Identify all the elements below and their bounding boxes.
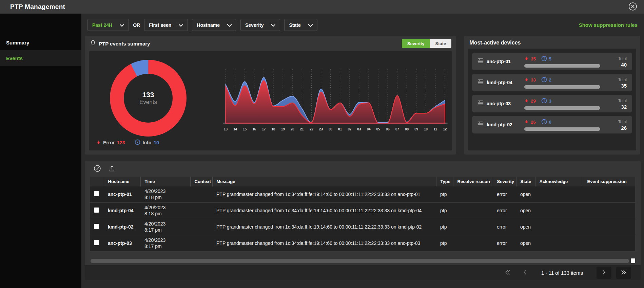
flame-icon — [524, 77, 529, 83]
device-id: anc-ptp-01 — [477, 58, 524, 65]
dropdown-label: First seen — [149, 22, 171, 28]
cell-hostname: anc-ptp-03 — [104, 235, 140, 252]
server-icon — [477, 79, 484, 86]
row-checkbox[interactable] — [94, 240, 99, 245]
horizontal-scrollbar[interactable] — [91, 258, 635, 263]
show-suppression-rules-link[interactable]: Show suppression rules — [579, 22, 638, 28]
device-counts-block: 332 — [524, 77, 600, 89]
ptp-events-summary-panel: PTP events summary SeverityState 133 Eve… — [85, 36, 456, 155]
cell-hostname: kmd-ptp-02 — [104, 219, 140, 235]
row-checkbox[interactable] — [94, 191, 99, 196]
export-button[interactable] — [109, 165, 115, 173]
cell-acknowledge — [535, 186, 583, 203]
device-activity-bar — [524, 127, 600, 131]
scrollbar-thumb[interactable] — [91, 259, 629, 263]
column-header-time: Time — [140, 177, 190, 186]
total-label: Total — [618, 98, 627, 103]
cell-state: open — [516, 219, 535, 235]
device-counts-block: 355 — [524, 56, 600, 68]
device-card-kmd-ptp-02[interactable]: kmd-ptp-02260Total26 — [472, 116, 632, 133]
device-card-anc-ptp-01[interactable]: anc-ptp-01355Total40 — [472, 53, 632, 70]
chevron-down-icon — [179, 22, 183, 28]
cell-type: ptp — [436, 203, 453, 219]
time-range-dropdown[interactable]: Past 24H — [87, 19, 129, 31]
cell-event_suppression — [583, 235, 635, 252]
device-counts-block: 293 — [524, 98, 600, 110]
device-id: kmd-ptp-04 — [477, 79, 524, 86]
first-page-button[interactable] — [503, 268, 512, 277]
cell-acknowledge — [535, 219, 583, 235]
cell-event_suppression — [583, 219, 635, 235]
cell-time: 4/20/2023 8:17 pm — [140, 219, 190, 235]
last-page-button[interactable] — [616, 267, 631, 279]
svg-text:07: 07 — [395, 127, 399, 131]
svg-text:08: 08 — [405, 127, 409, 131]
chevron-down-icon — [308, 22, 313, 28]
device-total: Total32 — [608, 97, 627, 110]
svg-text:14: 14 — [233, 127, 237, 131]
events-timeline-chart: 1314151617181920212223000102030405060708… — [220, 66, 450, 138]
chevron-down-icon — [120, 22, 124, 28]
info-icon — [541, 56, 547, 62]
svg-text:23: 23 — [319, 127, 323, 131]
info-icon — [541, 98, 547, 105]
total-label: Total — [618, 120, 627, 124]
state-dropdown[interactable]: State — [284, 19, 317, 31]
table-row: kmd-ptp-044/20/2023 8:18 pmPTP grandmast… — [90, 203, 635, 219]
column-header-type: Type — [436, 177, 453, 186]
sidebar-item-summary[interactable]: Summary — [0, 35, 81, 50]
svg-text:02: 02 — [348, 127, 351, 131]
cell-acknowledge — [535, 203, 583, 219]
cell-state: open — [516, 235, 535, 252]
device-card-anc-ptp-03[interactable]: anc-ptp-03293Total32 — [472, 95, 632, 112]
table-header-row: HostnameTimeContextMessageTypeResolve re… — [90, 177, 635, 186]
summary-panel-header: PTP events summary SeverityState — [85, 36, 456, 51]
select-all-button[interactable] — [94, 165, 101, 173]
cell-context — [190, 203, 212, 219]
hostname-dropdown[interactable]: Hostname — [192, 19, 236, 31]
device-info-count: 3 — [549, 98, 551, 104]
cell-severity: error — [493, 203, 516, 219]
device-error-count: 35 — [531, 56, 535, 61]
cell-state: open — [516, 203, 535, 219]
server-icon — [477, 100, 484, 107]
column-header-event-suppression: Event suppression — [583, 177, 635, 186]
chevron-down-icon — [227, 22, 232, 28]
prev-page-button[interactable] — [522, 268, 528, 277]
device-activity-bar — [524, 64, 600, 68]
svg-text:18: 18 — [272, 127, 275, 131]
cell-resolve_reason — [453, 219, 493, 235]
device-total: Total35 — [608, 76, 627, 89]
ptp-management-window: PTP Management SummaryEvents Past 24H OR… — [0, 0, 644, 288]
severity-donut-block: 133 Events Error 123Info 10 — [89, 51, 220, 150]
cell-context — [190, 186, 212, 203]
cell-resolve_reason — [453, 235, 493, 252]
toggle-severity[interactable]: Severity — [402, 39, 430, 48]
cell-time: 4/20/2023 8:18 pm — [140, 203, 190, 219]
cell-resolve_reason — [453, 203, 493, 219]
severity-state-toggle: SeverityState — [402, 39, 451, 48]
first-seen-dropdown[interactable]: First seen — [144, 19, 188, 31]
legend-error: Error 123 — [96, 140, 125, 146]
svg-text:11: 11 — [434, 127, 437, 131]
row-checkbox[interactable] — [94, 224, 99, 229]
sidebar-item-events[interactable]: Events — [0, 50, 81, 66]
toggle-state[interactable]: State — [430, 39, 452, 48]
donut-center-label: 133 Events — [110, 60, 187, 137]
severity-dropdown[interactable]: Severity — [240, 19, 280, 31]
scrollbar-corner[interactable] — [631, 258, 635, 263]
device-name: anc-ptp-03 — [487, 101, 511, 106]
close-icon — [628, 1, 638, 13]
total-value: 35 — [621, 83, 627, 89]
total-value: 40 — [621, 62, 627, 68]
close-button[interactable] — [628, 1, 638, 13]
svg-text:21: 21 — [300, 127, 304, 131]
donut-total-caption: Events — [139, 99, 157, 106]
info-icon — [135, 139, 140, 146]
device-id: anc-ptp-03 — [477, 100, 524, 107]
cell-hostname: kmd-ptp-04 — [104, 203, 140, 219]
device-card-kmd-ptp-04[interactable]: kmd-ptp-04332Total35 — [472, 74, 632, 91]
cell-resolve_reason — [453, 186, 493, 203]
row-checkbox[interactable] — [94, 208, 99, 213]
next-page-button[interactable] — [597, 267, 611, 279]
